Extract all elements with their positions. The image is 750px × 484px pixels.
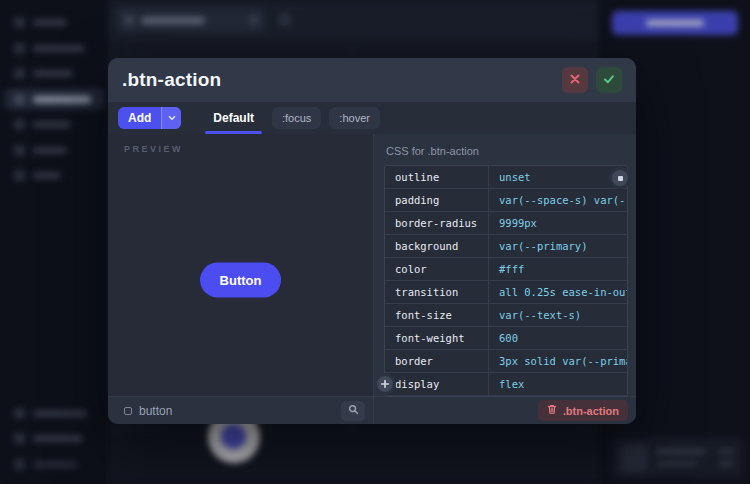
- row-action-button[interactable]: [609, 167, 631, 189]
- chevron-down-icon[interactable]: [161, 107, 181, 129]
- state-toolbar: Add Default :focus :hover: [108, 102, 636, 134]
- css-property-row[interactable]: display flex: [385, 373, 627, 396]
- footer-actions: .btn-action: [374, 397, 636, 424]
- css-property-row[interactable]: padding var(--space-s) var(--space-l): [385, 189, 627, 212]
- cancel-button[interactable]: [562, 67, 588, 93]
- add-state-button[interactable]: Add: [118, 107, 181, 129]
- confirm-button[interactable]: [596, 67, 622, 93]
- css-property-value[interactable]: 9999px: [489, 212, 627, 234]
- css-property-row[interactable]: border 3px solid var(--primary): [385, 350, 627, 373]
- css-property-name[interactable]: outline: [385, 166, 489, 188]
- css-property-value[interactable]: #fff: [489, 258, 627, 280]
- css-property-value[interactable]: unset: [489, 166, 627, 188]
- css-property-name[interactable]: color: [385, 258, 489, 280]
- css-property-value[interactable]: var(--primary): [489, 235, 627, 257]
- preview-pane: PREVIEW Button: [108, 134, 374, 396]
- css-property-name[interactable]: background: [385, 235, 489, 257]
- tab-focus[interactable]: :focus: [272, 107, 321, 129]
- css-property-name[interactable]: display: [385, 373, 489, 395]
- tab-default[interactable]: Default: [203, 102, 264, 134]
- css-property-row[interactable]: outline unset: [385, 166, 627, 189]
- css-property-name[interactable]: transition: [385, 281, 489, 303]
- css-property-name[interactable]: padding: [385, 189, 489, 211]
- app-window: .btn-action Add: [0, 0, 750, 484]
- trash-icon: [547, 404, 557, 417]
- modal-title: .btn-action: [122, 69, 221, 91]
- modal-header: .btn-action: [108, 58, 636, 102]
- css-property-name[interactable]: font-size: [385, 304, 489, 326]
- modal-footer: button .btn-action: [108, 396, 636, 424]
- css-property-name[interactable]: font-weight: [385, 327, 489, 349]
- delete-class-label: .btn-action: [563, 405, 619, 417]
- css-panel-heading: CSS for .btn-action: [386, 145, 628, 157]
- css-property-row[interactable]: color #fff: [385, 258, 627, 281]
- dot-icon: [618, 176, 623, 181]
- css-property-row[interactable]: background var(--primary): [385, 235, 627, 258]
- css-property-name[interactable]: border-radius: [385, 212, 489, 234]
- css-property-name[interactable]: border: [385, 350, 489, 372]
- css-property-value[interactable]: var(--space-s) var(--space-l): [489, 189, 627, 211]
- css-property-value[interactable]: all 0.25s ease-in-out: [489, 281, 627, 303]
- css-property-row[interactable]: border-radius 9999px: [385, 212, 627, 235]
- css-property-value[interactable]: 3px solid var(--primary): [489, 350, 627, 372]
- css-property-row[interactable]: transition all 0.25s ease-in-out: [385, 281, 627, 304]
- css-property-row[interactable]: font-size var(--text-s): [385, 304, 627, 327]
- check-icon: [603, 73, 615, 88]
- delete-class-button[interactable]: .btn-action: [538, 400, 628, 421]
- preview-zoom-button[interactable]: [341, 401, 365, 421]
- css-property-value[interactable]: var(--text-s): [489, 304, 627, 326]
- state-tabs: Default :focus :hover: [203, 102, 380, 134]
- preview-label: PREVIEW: [124, 144, 183, 154]
- css-property-row[interactable]: font-weight 600: [385, 327, 627, 350]
- css-pane: CSS for .btn-action outline unset paddin…: [374, 134, 636, 396]
- tab-hover[interactable]: :hover: [329, 107, 380, 129]
- preview-sample-button[interactable]: Button: [200, 263, 282, 298]
- css-properties-table: outline unset padding var(--space-s) var…: [384, 165, 628, 397]
- close-icon: [569, 73, 581, 88]
- element-tag-icon: [124, 407, 132, 415]
- plus-icon: [380, 377, 390, 392]
- add-property-button[interactable]: [374, 373, 396, 395]
- class-editor-modal: .btn-action Add: [108, 58, 636, 424]
- css-property-value[interactable]: flex: [489, 373, 627, 395]
- modal-body: PREVIEW Button CSS for .btn-action outli…: [108, 134, 636, 396]
- element-tag-label: button: [139, 404, 172, 418]
- add-state-label: Add: [118, 107, 161, 129]
- css-property-value[interactable]: 600: [489, 327, 627, 349]
- footer-element-info: button: [108, 397, 374, 424]
- magnifier-icon: [348, 403, 359, 418]
